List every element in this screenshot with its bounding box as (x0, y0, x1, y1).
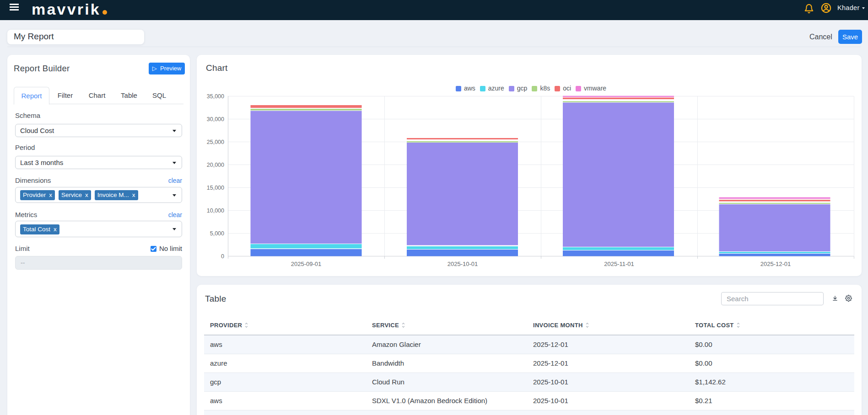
svg-text:2025-12-01: 2025-12-01 (760, 261, 791, 267)
svg-text:15,000: 15,000 (207, 185, 224, 191)
svg-text:30,000: 30,000 (207, 116, 224, 122)
svg-text:20,000: 20,000 (207, 162, 224, 168)
svg-text:25,000: 25,000 (207, 139, 224, 145)
svg-text:5,000: 5,000 (210, 230, 224, 237)
svg-text:0: 0 (221, 253, 224, 260)
svg-text:2025-11-01: 2025-11-01 (604, 261, 634, 267)
svg-text:35,000: 35,000 (207, 93, 224, 100)
svg-text:2025-10-01: 2025-10-01 (447, 261, 478, 267)
svg-text:10,000: 10,000 (207, 208, 224, 214)
svg-text:2025-09-01: 2025-09-01 (291, 261, 322, 267)
